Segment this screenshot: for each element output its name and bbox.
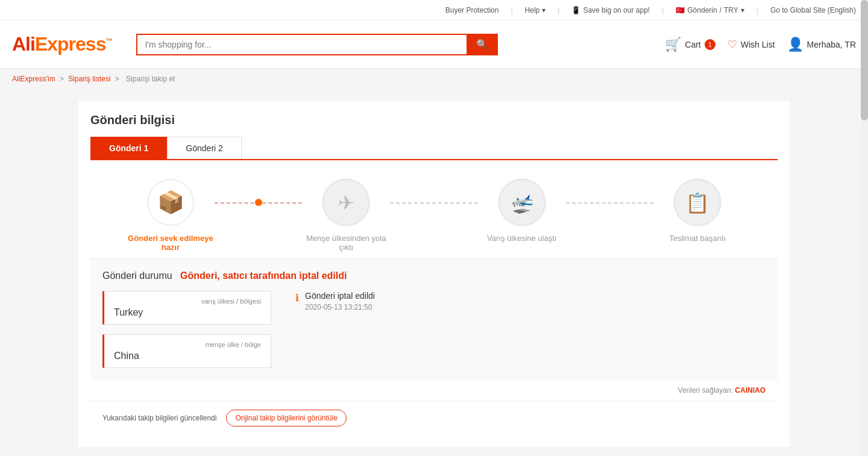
buyer-protection-label: Buyer Protection (445, 6, 499, 14)
event-details: Gönderi iptal edildi 2020-05-13 13:21:50 (305, 291, 375, 311)
main-content: Gönderi bilgisi Gönderi 1 Gönderi 2 📦 Gö… (78, 101, 790, 447)
cart-count-badge: 1 (705, 39, 715, 50)
flag-icon: 🇹🇷 (676, 6, 685, 14)
save-app-link[interactable]: 📱 Save big on our app! (571, 6, 650, 14)
step-1-circle: 📦 (146, 178, 195, 226)
go-global-link[interactable]: Go to Global Site (English) (770, 6, 856, 14)
origin-box: menşe ülke / bölge China (102, 334, 271, 368)
currency-chevron-icon: ▾ (741, 6, 744, 14)
connector-dot-1 (255, 199, 262, 206)
svg-text:✈: ✈ (338, 192, 354, 214)
scrollbar-thumb[interactable] (861, 0, 868, 120)
connector-line-2 (390, 202, 478, 204)
connector-line-3 (566, 202, 654, 204)
logo-ali: Ali (12, 33, 35, 55)
cart-label: Cart (685, 40, 700, 49)
info-icon: ℹ (295, 292, 299, 304)
user-menu-button[interactable]: 👤 Merhaba, TR (787, 37, 856, 52)
header: AliExpress™ 🔍 🛒 Cart 1 ♡ Wish List 👤 Mer… (0, 20, 868, 69)
provider-row: Verileri sağlayan: CAINIAO (90, 380, 778, 401)
connector-3 (566, 202, 654, 204)
user-label: Merhaba, TR (807, 40, 856, 49)
tab-gonderi-1[interactable]: Gönderi 1 (90, 137, 167, 159)
update-row: Yukarıdaki takip bilgileri güncellendi O… (90, 401, 778, 435)
destination-name: Turkey (114, 307, 261, 318)
search-button[interactable]: 🔍 (467, 34, 498, 55)
wish-list-label: Wish List (741, 40, 775, 49)
svg-text:📦: 📦 (157, 189, 184, 215)
breadcrumb-sep1: > (60, 75, 64, 83)
gonderin-menu[interactable]: 🇹🇷 Gönderin / TRY ▾ (676, 6, 744, 14)
svg-text:📋: 📋 (685, 192, 709, 214)
logo-express: Express (35, 33, 106, 55)
search-input[interactable] (136, 34, 467, 55)
tracking-event-item: ℹ Gönderi iptal edildi 2020-05-13 13:21:… (295, 291, 766, 311)
step-2-label: Menşe ülkesinden yola çıktı (302, 234, 390, 252)
landing-icon: 🛬 (498, 178, 546, 226)
search-bar: 🔍 (136, 34, 498, 55)
provider-prefix: Verileri sağlayan: (678, 386, 733, 395)
delivery-icon: 📋 (673, 178, 722, 226)
event-description: Gönderi iptal edildi (305, 291, 375, 301)
package-icon: 📦 (146, 178, 195, 226)
breadcrumb: AliExpress'im > Sipariş listesi > Sipari… (0, 69, 868, 89)
currency-label: TRY (724, 6, 738, 14)
status-title: Gönderi durumu Gönderi, satıcı tarafında… (102, 270, 766, 281)
progress-step-3: 🛬 Varış ülkesine ulaştı (478, 178, 566, 243)
breadcrumb-sep2: > (115, 75, 119, 83)
go-global-label: Go to Global Site (English) (770, 6, 856, 14)
breadcrumb-home[interactable]: AliExpress'im (12, 75, 55, 83)
tab-gonderi-2[interactable]: Gönderi 2 (167, 137, 241, 159)
scrollbar[interactable] (861, 0, 868, 456)
cart-icon: 🛒 (665, 37, 681, 52)
event-timestamp: 2020-05-13 13:21:50 (305, 303, 375, 311)
step-2-circle: ✈ (322, 178, 370, 226)
step-3-circle: 🛬 (498, 178, 546, 226)
origin-label: menşe ülke / bölge (114, 341, 261, 348)
provider-link[interactable]: CAINIAO (735, 386, 766, 395)
step-3-label: Varış ülkesine ulaştı (487, 234, 556, 243)
step-4-label: Teslimat başarılı (669, 234, 726, 243)
connector-2 (390, 202, 478, 204)
gonderin-sep: / (720, 6, 722, 14)
destination-label: varış ülkesi / bölgesi (114, 298, 261, 305)
help-menu[interactable]: Help ▾ (525, 6, 546, 14)
progress-track: 📦 Gönderi sevk edilmeye hazır ✈ Menşe ül… (90, 160, 778, 258)
step-4-circle: 📋 (673, 178, 722, 226)
progress-step-2: ✈ Menşe ülkesinden yola çıktı (302, 178, 390, 252)
location-boxes: varış ülkesi / bölgesi Turkey menşe ülke… (102, 291, 271, 368)
update-text: Yukarıdaki takip bilgileri güncellendi (102, 414, 216, 422)
tracking-events: ℹ Gönderi iptal edildi 2020-05-13 13:21:… (283, 291, 766, 311)
logo[interactable]: AliExpress™ (12, 33, 112, 55)
view-original-button[interactable]: Orijinal takip bilgilerini görüntüle (226, 410, 346, 426)
status-section: Gönderi durumu Gönderi, satıcı tarafında… (90, 258, 778, 380)
user-icon: 👤 (787, 37, 804, 52)
progress-step-1: 📦 Gönderi sevk edilmeye hazır (127, 178, 215, 252)
wish-list-button[interactable]: ♡ Wish List (728, 38, 775, 51)
origin-name: China (114, 351, 261, 361)
destination-box: varış ülkesi / bölgesi Turkey (102, 291, 271, 325)
heart-icon: ♡ (728, 38, 737, 51)
logo-tm: ™ (105, 37, 112, 45)
help-label: Help (525, 6, 540, 14)
save-app-label: Save big on our app! (583, 6, 650, 14)
header-actions: 🛒 Cart 1 ♡ Wish List 👤 Merhaba, TR (665, 37, 856, 52)
takeoff-icon: ✈ (322, 178, 370, 226)
breadcrumb-orders[interactable]: Sipariş listesi (68, 75, 110, 83)
buyer-protection-link[interactable]: Buyer Protection (445, 6, 499, 14)
top-bar: Buyer Protection | Help ▾ | 📱 Save big o… (0, 0, 868, 20)
status-prefix: Gönderi durumu (102, 270, 172, 281)
connector-1 (215, 202, 303, 204)
cart-button[interactable]: 🛒 Cart 1 (665, 37, 715, 52)
page-title: Gönderi bilgisi (90, 113, 778, 127)
progress-step-4: 📋 Teslimat başarılı (653, 178, 741, 243)
gonderin-label: Gönderin (687, 6, 717, 14)
tabs: Gönderi 1 Gönderi 2 (90, 137, 778, 160)
status-value: Gönderi, satıcı tarafından iptal edildi (180, 270, 347, 281)
help-chevron-icon: ▾ (542, 6, 546, 14)
mobile-icon: 📱 (571, 6, 580, 14)
breadcrumb-current: Siparişi takip et (126, 75, 175, 83)
svg-text:🛬: 🛬 (510, 192, 534, 214)
step-1-label: Gönderi sevk edilmeye hazır (127, 234, 215, 252)
status-grid: varış ülkesi / bölgesi Turkey menşe ülke… (102, 291, 766, 368)
